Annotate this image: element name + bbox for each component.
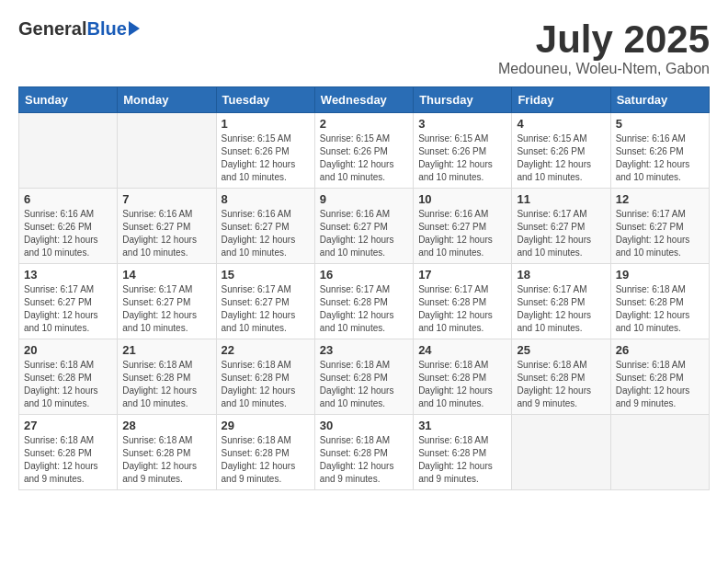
calendar-cell: 2Sunrise: 6:15 AM Sunset: 6:26 PM Daylig… bbox=[314, 113, 413, 189]
day-number: 7 bbox=[122, 192, 210, 206]
day-info: Sunrise: 6:18 AM Sunset: 6:28 PM Dayligh… bbox=[320, 359, 408, 410]
day-number: 14 bbox=[122, 268, 210, 282]
day-info: Sunrise: 6:16 AM Sunset: 6:27 PM Dayligh… bbox=[222, 208, 310, 259]
calendar-cell: 11Sunrise: 6:17 AM Sunset: 6:27 PM Dayli… bbox=[512, 189, 610, 264]
day-number: 6 bbox=[24, 192, 112, 206]
calendar-week-row: 6Sunrise: 6:16 AM Sunset: 6:26 PM Daylig… bbox=[19, 189, 710, 264]
day-info: Sunrise: 6:18 AM Sunset: 6:28 PM Dayligh… bbox=[222, 359, 310, 410]
calendar-cell: 4Sunrise: 6:15 AM Sunset: 6:26 PM Daylig… bbox=[512, 113, 610, 189]
day-number: 19 bbox=[616, 268, 704, 282]
weekday-header-sunday: Sunday bbox=[19, 87, 118, 113]
day-info: Sunrise: 6:18 AM Sunset: 6:28 PM Dayligh… bbox=[320, 434, 408, 486]
day-info: Sunrise: 6:17 AM Sunset: 6:27 PM Dayligh… bbox=[222, 283, 310, 335]
weekday-header-friday: Friday bbox=[512, 87, 610, 113]
calendar-week-row: 13Sunrise: 6:17 AM Sunset: 6:27 PM Dayli… bbox=[19, 264, 710, 339]
calendar-cell: 15Sunrise: 6:17 AM Sunset: 6:27 PM Dayli… bbox=[216, 264, 314, 339]
weekday-header-wednesday: Wednesday bbox=[314, 87, 413, 113]
day-number: 29 bbox=[222, 419, 310, 432]
weekday-header-thursday: Thursday bbox=[414, 87, 512, 113]
day-number: 11 bbox=[517, 192, 605, 206]
day-number: 30 bbox=[320, 419, 408, 432]
day-info: Sunrise: 6:18 AM Sunset: 6:28 PM Dayligh… bbox=[418, 359, 506, 410]
calendar-cell: 7Sunrise: 6:16 AM Sunset: 6:27 PM Daylig… bbox=[118, 189, 216, 264]
calendar-cell: 22Sunrise: 6:18 AM Sunset: 6:28 PM Dayli… bbox=[216, 339, 314, 415]
day-info: Sunrise: 6:16 AM Sunset: 6:27 PM Dayligh… bbox=[320, 208, 408, 259]
calendar-cell: 25Sunrise: 6:18 AM Sunset: 6:28 PM Dayli… bbox=[512, 339, 610, 415]
day-info: Sunrise: 6:18 AM Sunset: 6:28 PM Dayligh… bbox=[222, 434, 310, 486]
day-number: 20 bbox=[24, 343, 112, 357]
day-info: Sunrise: 6:18 AM Sunset: 6:28 PM Dayligh… bbox=[616, 359, 704, 410]
day-number: 27 bbox=[24, 419, 112, 432]
weekday-header-saturday: Saturday bbox=[610, 87, 709, 113]
day-info: Sunrise: 6:18 AM Sunset: 6:28 PM Dayligh… bbox=[122, 434, 210, 486]
day-number: 2 bbox=[320, 117, 408, 131]
day-number: 13 bbox=[24, 268, 112, 282]
calendar-cell: 8Sunrise: 6:16 AM Sunset: 6:27 PM Daylig… bbox=[216, 189, 314, 264]
calendar-cell: 14Sunrise: 6:17 AM Sunset: 6:27 PM Dayli… bbox=[118, 264, 216, 339]
day-number: 28 bbox=[122, 419, 210, 432]
calendar-cell bbox=[512, 415, 610, 490]
day-number: 25 bbox=[517, 343, 605, 357]
day-info: Sunrise: 6:15 AM Sunset: 6:26 PM Dayligh… bbox=[320, 132, 408, 184]
day-number: 8 bbox=[222, 192, 310, 206]
calendar-week-row: 27Sunrise: 6:18 AM Sunset: 6:28 PM Dayli… bbox=[19, 415, 710, 490]
page-header: General Blue July 2025 Medouneu, Woleu-N… bbox=[18, 18, 710, 77]
day-number: 10 bbox=[418, 192, 506, 206]
day-info: Sunrise: 6:15 AM Sunset: 6:26 PM Dayligh… bbox=[418, 132, 506, 184]
day-info: Sunrise: 6:17 AM Sunset: 6:28 PM Dayligh… bbox=[517, 283, 605, 335]
day-number: 15 bbox=[222, 268, 310, 282]
calendar-cell: 21Sunrise: 6:18 AM Sunset: 6:28 PM Dayli… bbox=[118, 339, 216, 415]
calendar-cell: 23Sunrise: 6:18 AM Sunset: 6:28 PM Dayli… bbox=[314, 339, 413, 415]
calendar-cell: 9Sunrise: 6:16 AM Sunset: 6:27 PM Daylig… bbox=[314, 189, 413, 264]
weekday-header-tuesday: Tuesday bbox=[216, 87, 314, 113]
location-text: Medouneu, Woleu-Ntem, Gabon bbox=[498, 61, 710, 77]
day-info: Sunrise: 6:18 AM Sunset: 6:28 PM Dayligh… bbox=[418, 434, 506, 486]
calendar-cell: 29Sunrise: 6:18 AM Sunset: 6:28 PM Dayli… bbox=[216, 415, 314, 490]
day-number: 9 bbox=[320, 192, 408, 206]
day-number: 23 bbox=[320, 343, 408, 357]
calendar-cell: 31Sunrise: 6:18 AM Sunset: 6:28 PM Dayli… bbox=[414, 415, 512, 490]
day-info: Sunrise: 6:17 AM Sunset: 6:28 PM Dayligh… bbox=[320, 283, 408, 335]
day-info: Sunrise: 6:17 AM Sunset: 6:27 PM Dayligh… bbox=[24, 283, 112, 335]
day-info: Sunrise: 6:18 AM Sunset: 6:28 PM Dayligh… bbox=[122, 359, 210, 410]
day-number: 3 bbox=[418, 117, 506, 131]
day-info: Sunrise: 6:17 AM Sunset: 6:27 PM Dayligh… bbox=[616, 208, 704, 259]
day-number: 22 bbox=[222, 343, 310, 357]
calendar-cell: 10Sunrise: 6:16 AM Sunset: 6:27 PM Dayli… bbox=[414, 189, 512, 264]
day-info: Sunrise: 6:16 AM Sunset: 6:26 PM Dayligh… bbox=[616, 132, 704, 184]
day-number: 24 bbox=[418, 343, 506, 357]
logo-arrow-icon bbox=[129, 21, 140, 36]
calendar-cell bbox=[118, 113, 216, 189]
day-number: 16 bbox=[320, 268, 408, 282]
calendar-cell bbox=[19, 113, 118, 189]
day-info: Sunrise: 6:16 AM Sunset: 6:27 PM Dayligh… bbox=[122, 208, 210, 259]
calendar-cell: 24Sunrise: 6:18 AM Sunset: 6:28 PM Dayli… bbox=[414, 339, 512, 415]
day-number: 5 bbox=[616, 117, 704, 131]
calendar-cell: 13Sunrise: 6:17 AM Sunset: 6:27 PM Dayli… bbox=[19, 264, 118, 339]
calendar-cell: 5Sunrise: 6:16 AM Sunset: 6:26 PM Daylig… bbox=[610, 113, 709, 189]
day-number: 21 bbox=[122, 343, 210, 357]
calendar-cell: 19Sunrise: 6:18 AM Sunset: 6:28 PM Dayli… bbox=[610, 264, 709, 339]
calendar-cell: 16Sunrise: 6:17 AM Sunset: 6:28 PM Dayli… bbox=[314, 264, 413, 339]
day-info: Sunrise: 6:18 AM Sunset: 6:28 PM Dayligh… bbox=[24, 434, 112, 486]
calendar-cell bbox=[610, 415, 709, 490]
day-info: Sunrise: 6:17 AM Sunset: 6:27 PM Dayligh… bbox=[517, 208, 605, 259]
calendar-cell: 20Sunrise: 6:18 AM Sunset: 6:28 PM Dayli… bbox=[19, 339, 118, 415]
logo-general-text: General bbox=[18, 18, 86, 40]
calendar-cell: 3Sunrise: 6:15 AM Sunset: 6:26 PM Daylig… bbox=[414, 113, 512, 189]
day-info: Sunrise: 6:17 AM Sunset: 6:27 PM Dayligh… bbox=[122, 283, 210, 335]
calendar-cell: 17Sunrise: 6:17 AM Sunset: 6:28 PM Dayli… bbox=[414, 264, 512, 339]
day-info: Sunrise: 6:18 AM Sunset: 6:28 PM Dayligh… bbox=[517, 359, 605, 410]
day-number: 1 bbox=[222, 117, 310, 131]
calendar-cell: 12Sunrise: 6:17 AM Sunset: 6:27 PM Dayli… bbox=[610, 189, 709, 264]
day-number: 18 bbox=[517, 268, 605, 282]
day-number: 17 bbox=[418, 268, 506, 282]
day-number: 12 bbox=[616, 192, 704, 206]
logo-blue-text: Blue bbox=[86, 18, 126, 40]
logo: General Blue bbox=[18, 18, 140, 40]
calendar-table: SundayMondayTuesdayWednesdayThursdayFrid… bbox=[18, 86, 710, 490]
calendar-cell: 1Sunrise: 6:15 AM Sunset: 6:26 PM Daylig… bbox=[216, 113, 314, 189]
month-title: July 2025 bbox=[498, 18, 710, 61]
day-info: Sunrise: 6:18 AM Sunset: 6:28 PM Dayligh… bbox=[616, 283, 704, 335]
day-info: Sunrise: 6:15 AM Sunset: 6:26 PM Dayligh… bbox=[517, 132, 605, 184]
